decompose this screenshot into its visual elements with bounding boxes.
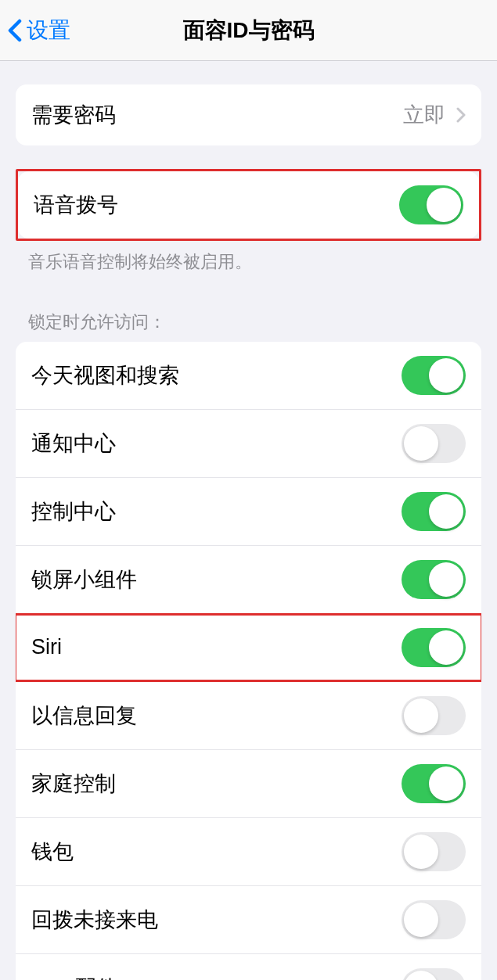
lock-access-item-label: Siri	[31, 635, 62, 659]
chevron-right-icon	[456, 107, 466, 123]
toggle-knob	[429, 630, 463, 665]
lock-access-item-label: 以信息回复	[31, 702, 137, 730]
voice-dial-footer: 音乐语音控制将始终被启用。	[0, 241, 497, 284]
lock-access-item-toggle[interactable]	[402, 764, 466, 803]
voice-dial-row: 语音拨号	[18, 171, 479, 239]
back-button[interactable]: 设置	[0, 16, 70, 45]
lock-access-row: 以信息回复	[16, 682, 481, 750]
lock-access-row: 钱包	[16, 818, 481, 886]
lock-access-item-toggle[interactable]	[402, 560, 466, 599]
toggle-knob	[404, 698, 438, 733]
lock-access-item-toggle[interactable]	[402, 968, 466, 980]
passcode-group: 需要密码 立即	[16, 84, 481, 145]
lock-access-row: Siri	[16, 614, 481, 682]
lock-access-row: 控制中心	[16, 478, 481, 546]
toggle-knob	[427, 188, 461, 222]
lock-access-row: 回拨未接来电	[16, 886, 481, 954]
voice-dial-toggle[interactable]	[399, 185, 463, 224]
toggle-knob	[429, 562, 463, 597]
page-title: 面容ID与密码	[183, 16, 315, 45]
lock-access-item-toggle[interactable]	[402, 696, 466, 735]
back-label: 设置	[27, 16, 70, 45]
lock-access-item-label: 钱包	[31, 838, 74, 866]
lock-access-item-label: USB配件	[31, 974, 117, 980]
lock-access-item-toggle[interactable]	[402, 628, 466, 667]
voice-dial-highlight: 语音拨号	[16, 169, 481, 241]
lock-access-row: 通知中心	[16, 410, 481, 478]
lock-access-item-toggle[interactable]	[402, 832, 466, 871]
lock-access-item-label: 回拨未接来电	[31, 906, 158, 934]
lock-access-item-label: 通知中心	[31, 429, 116, 458]
toggle-knob	[404, 835, 438, 869]
voice-dial-label: 语音拨号	[34, 191, 118, 219]
lock-access-row: 锁屏小组件	[16, 546, 481, 614]
lock-access-item-toggle[interactable]	[402, 356, 466, 395]
toggle-knob	[429, 358, 463, 393]
lock-access-header: 锁定时允许访问：	[0, 304, 497, 342]
voice-dial-group: 语音拨号	[18, 171, 479, 239]
lock-access-group: 今天视图和搜索通知中心控制中心锁屏小组件Siri以信息回复家庭控制钱包回拨未接来…	[16, 342, 481, 980]
require-passcode-row[interactable]: 需要密码 立即	[16, 84, 481, 145]
lock-access-item-toggle[interactable]	[402, 900, 466, 939]
lock-access-item-toggle[interactable]	[402, 492, 466, 531]
toggle-knob	[404, 903, 438, 937]
toggle-knob	[429, 766, 463, 801]
lock-access-item-label: 家庭控制	[31, 770, 116, 798]
lock-access-item-label: 控制中心	[31, 497, 116, 526]
chevron-left-icon	[8, 19, 22, 42]
toggle-knob	[404, 426, 438, 461]
lock-access-row: USB配件	[16, 954, 481, 980]
toggle-knob	[429, 494, 463, 529]
lock-access-row: 今天视图和搜索	[16, 342, 481, 410]
lock-access-item-label: 今天视图和搜索	[31, 361, 179, 389]
require-passcode-value: 立即	[403, 101, 445, 129]
lock-access-row: 家庭控制	[16, 750, 481, 818]
require-passcode-value-container: 立即	[403, 101, 466, 129]
require-passcode-label: 需要密码	[31, 101, 116, 129]
toggle-knob	[404, 971, 438, 980]
lock-access-item-toggle[interactable]	[402, 424, 466, 463]
lock-access-item-label: 锁屏小组件	[31, 565, 137, 594]
navigation-bar: 设置 面容ID与密码	[0, 0, 497, 61]
